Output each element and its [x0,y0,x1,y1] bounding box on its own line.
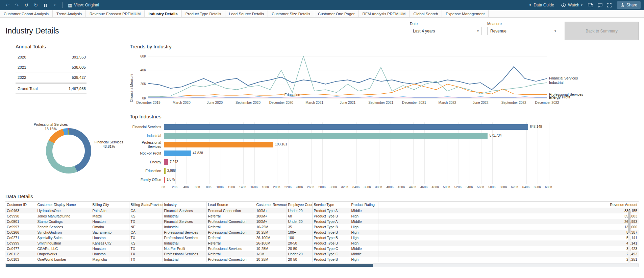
chevron-down-icon: ▾ [477,29,479,33]
vertical-scrollbar-thumb[interactable] [628,210,630,233]
x-axis-tick: 240K [294,185,305,189]
column-header[interactable]: Billing State/Province [129,202,163,208]
tab-revenue-forecast-premium[interactable]: Revenue Forecast PREMIUM [86,10,145,17]
column-header[interactable]: Lead Source [206,202,255,208]
bar-row-financial-services[interactable]: Financial Services643,148 [130,122,639,131]
toolbar-caret-icon[interactable]: ▾ [51,1,59,9]
table-row[interactable]: Co0501Stamp CoatingsHoustonTXFinancial S… [5,219,639,224]
table-row[interactable]: Co0103OneWorld LumberMagnoliaTXIndustria… [5,257,639,262]
table-row[interactable]: Co9999SmithIndustrialKansas CityKSIndust… [5,240,639,246]
x-axis-tick: 520K [452,185,464,189]
date-select[interactable]: Last 4 years ▾ [410,27,482,35]
donut-ring[interactable] [46,128,91,173]
bar-value-label: 643,148 [530,125,542,129]
column-header[interactable]: Revenue Amount [588,202,639,208]
table-row[interactable]: Co9998Jones ManufacturingMaizeKSIndustri… [5,213,639,219]
x-axis-tick: 620K [509,185,520,189]
column-header[interactable]: Customer Display Name [36,202,91,208]
watch-button[interactable]: Watch ▾ [558,3,585,7]
bar-row-education[interactable]: Education2,988 [130,166,639,175]
refresh-button[interactable]: ↻ [32,1,40,9]
bar-category-label: Financial Services [130,125,164,129]
share-button[interactable]: Share [617,1,641,9]
comments-icon [598,3,602,7]
data-details-table: Customer IDCustomer Display NameBilling … [5,201,639,262]
column-header[interactable]: Customer Revenue [255,202,287,208]
tab-expense-management[interactable]: Expense Management [442,10,489,17]
revert-button[interactable]: ↺ [22,1,30,9]
tab-product-type-details[interactable]: Product Type Details [182,10,225,17]
bar-value-label: 193,161 [275,142,287,146]
column-header[interactable]: Billing City [91,202,129,208]
column-header[interactable]: Product Rating [350,202,378,208]
column-header[interactable]: Service Type [312,202,350,208]
device-preview-button[interactable] [587,1,595,9]
tab-trend-analysis[interactable]: Trend Analysis [53,10,86,17]
column-header[interactable] [378,202,588,208]
tab-lead-source-details[interactable]: Lead Source Details [225,10,268,17]
bar-row-professional-services[interactable]: Professional Services193,161 [130,140,639,149]
bar-row-not-for-profit[interactable]: Not For Profit47,838 [130,149,639,158]
column-header[interactable]: Employee Count [287,202,312,208]
x-axis-tick: 160K [248,185,260,189]
undo-button[interactable]: ↶ [3,1,11,9]
annual-row[interactable]: 2021538,005 [16,62,86,72]
x-axis-tick: 100K [215,185,226,189]
bar-mark[interactable] [164,159,168,165]
bar-row-energy[interactable]: Energy7,242 [130,158,639,166]
comments-button[interactable] [596,1,604,9]
column-header[interactable]: Industry [163,202,206,208]
horizontal-scrollbar[interactable] [5,263,639,267]
fullscreen-button[interactable] [605,1,614,9]
tab-global-search[interactable]: Global Search [410,10,442,17]
view-original-button[interactable]: ▦ View: Original [66,3,101,8]
date-filter-label: Date [410,22,482,26]
horizontal-scrollbar-thumb[interactable] [6,264,373,267]
x-axis-tick: 300K [328,185,339,189]
back-to-summary-button[interactable]: Back to Summary [565,22,639,40]
bar-mark[interactable] [164,177,165,183]
bar-row-industrial[interactable]: Industrial571,734 [130,131,639,140]
table-row[interactable]: Co0477CGARs, LLCHoustonTXNot For ProfitP… [5,246,639,251]
tab-customer-size-details[interactable]: Customer Size Details [268,10,314,17]
x-axis-tick: 500K [441,185,452,189]
toolbar-separator [62,2,63,8]
svg-text:September 2021: September 2021 [368,101,393,105]
bar-mark[interactable] [164,150,191,156]
measure-select-value: Revenue [490,29,506,33]
tab-industry-details[interactable]: Industry Details [145,10,181,17]
annual-row[interactable]: 2022538,427 [16,72,86,83]
annual-row[interactable]: Grand Total1,467,985 [16,83,86,94]
bar-row-family-office[interactable]: Family Office1,875 [130,175,639,184]
bar-mark[interactable] [164,124,528,130]
data-guide-button[interactable]: ✦ Data Guide [526,3,557,7]
tab-rfm-analysis-premium[interactable]: RFM Analysis PREMIUM [359,10,410,17]
grid-icon: ▦ [68,3,72,8]
bar-mark[interactable] [164,168,166,174]
vertical-scrollbar[interactable] [628,210,630,264]
measure-select[interactable]: Revenue ▾ [487,27,559,35]
annual-totals-title: Annual Totals [16,44,86,52]
bar-mark[interactable] [164,142,273,147]
tab-customer-one-pager[interactable]: Customer One Pager [314,10,359,17]
x-axis-tick: 280K [316,185,328,189]
x-axis-tick: 400K [385,185,396,189]
table-row[interactable]: Co0112DrapeWorksHoustonTXProfessional Se… [5,251,639,257]
redo-button[interactable]: ↷ [13,1,21,9]
table-row[interactable]: Co0266SynchoGridironSacramentoCAProfessi… [5,230,639,235]
pause-button[interactable] [41,1,49,9]
x-axis-tick: 120K [226,185,237,189]
annual-row[interactable]: 2020391,553 [16,52,86,62]
x-axis-tick: 80K [203,185,215,189]
table-row[interactable]: Co0463HydraulicsOnePalo AltoCAFinancial … [5,208,639,214]
svg-text:December 2020: December 2020 [269,101,294,105]
trends-line-chart[interactable]: 0K20K40K60KDecember 2019March 2020June 2… [133,51,600,108]
column-header[interactable]: Customer ID [5,202,36,208]
table-row[interactable]: Co0271Speciality SalesHoustonTXProfessio… [5,235,639,240]
bar-category-label: Family Office [130,178,164,182]
table-row[interactable]: Co9997Zeneth ServicesOmahaNEIndustrialRe… [5,224,639,230]
tab-customer-cohort-analysis[interactable]: Customer Cohort Analysis [0,10,53,17]
x-axis-tick: 360K [362,185,373,189]
svg-text:December 2019: December 2019 [136,101,160,105]
bar-mark[interactable] [164,133,488,139]
